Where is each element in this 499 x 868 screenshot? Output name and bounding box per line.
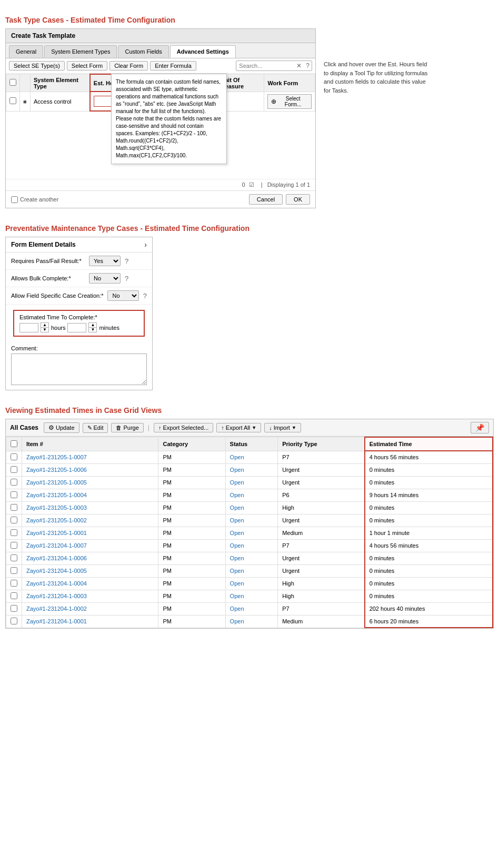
search-clear-icon[interactable]: ✕	[294, 61, 304, 70]
status-link[interactable]: Open	[230, 605, 244, 612]
row-checkbox[interactable]	[11, 504, 17, 511]
status-link[interactable]: Open	[230, 467, 244, 473]
item-link[interactable]: Zayo#1-231205-1-0001	[26, 530, 87, 536]
item-link[interactable]: Zayo#1-231205-1-0005	[26, 479, 87, 486]
row-checkbox[interactable]	[11, 605, 17, 612]
status-link[interactable]: Open	[230, 555, 244, 561]
row-check-cell	[6, 539, 22, 552]
item-link[interactable]: Zayo#1-231204-1-0007	[26, 542, 87, 549]
row-est-time: 0 minutes	[365, 476, 493, 489]
select-form-btn[interactable]: ⊕ Select Form...	[267, 94, 312, 109]
bulk-complete-help-icon[interactable]: ?	[125, 275, 128, 282]
enter-formula-button[interactable]: Enter Formula	[150, 61, 196, 70]
item-link[interactable]: Zayo#1-231205-1-0006	[26, 467, 87, 473]
tab-advanced-settings[interactable]: Advanced Settings	[170, 45, 236, 58]
tab-system-element-types[interactable]: System Element Types	[44, 45, 117, 58]
cancel-button[interactable]: Cancel	[249, 194, 283, 205]
import-button[interactable]: ↓ Import ▼	[264, 423, 301, 432]
row-category: PM	[158, 527, 225, 539]
purge-button[interactable]: 🗑 Purge	[111, 423, 143, 432]
tab-custom-fields[interactable]: Custom Fields	[118, 45, 168, 58]
row-priority: High	[278, 501, 365, 514]
pass-fail-select[interactable]: Yes No	[89, 256, 121, 266]
row-check-cell	[6, 451, 22, 463]
th-priority-type[interactable]: Priority Type	[278, 437, 365, 451]
row-checkbox[interactable]	[11, 567, 17, 574]
field-specific-help-icon[interactable]: ?	[143, 292, 147, 300]
item-link[interactable]: Zayo#1-231204-1-0006	[26, 555, 87, 561]
status-link[interactable]: Open	[230, 517, 244, 523]
export-all-button[interactable]: ↑ Export All ▼	[216, 423, 261, 432]
status-link[interactable]: Open	[230, 492, 244, 498]
status-link[interactable]: Open	[230, 530, 244, 536]
export-selected-button[interactable]: ↑ Export Selected...	[154, 423, 213, 432]
th-estimated-time[interactable]: Estimated Time	[365, 437, 493, 451]
pin-button[interactable]: 📌	[471, 422, 489, 433]
pass-fail-help-icon[interactable]: ?	[125, 257, 128, 265]
th-item[interactable]: Item #	[22, 437, 158, 451]
row-category: PM	[158, 539, 225, 552]
select-se-type-button[interactable]: Select SE Type(s)	[9, 61, 65, 70]
bulk-complete-select[interactable]: No Yes	[89, 273, 121, 284]
item-link[interactable]: Zayo#1-231204-1-0003	[26, 593, 87, 599]
item-link[interactable]: Zayo#1-231205-1-0003	[26, 504, 87, 511]
row-checkbox[interactable]	[11, 517, 17, 523]
row-checkbox[interactable]	[11, 491, 17, 498]
item-link[interactable]: Zayo#1-231205-1-0007	[26, 454, 87, 460]
row-checkbox[interactable]	[11, 554, 17, 561]
status-link[interactable]: Open	[230, 568, 244, 574]
status-link[interactable]: Open	[230, 454, 244, 460]
row-checkbox[interactable]	[11, 542, 17, 549]
select-form-button[interactable]: Select Form	[67, 61, 107, 70]
row-checkbox[interactable]	[11, 479, 17, 486]
clear-form-button[interactable]: Clear Form	[109, 61, 148, 70]
item-link[interactable]: Zayo#1-231205-1-0002	[26, 517, 87, 523]
row-status: Open	[225, 564, 278, 577]
status-link[interactable]: Open	[230, 618, 244, 624]
search-help-icon[interactable]: ?	[304, 61, 312, 70]
row-checkbox[interactable]	[11, 453, 17, 460]
status-link[interactable]: Open	[230, 479, 244, 486]
item-link[interactable]: Zayo#1-231205-1-0004	[26, 492, 87, 498]
row-status: Open	[225, 615, 278, 628]
status-link[interactable]: Open	[230, 542, 244, 549]
th-category[interactable]: Category	[158, 437, 225, 451]
row-priority: Urgent	[278, 514, 365, 527]
row-checkbox[interactable]	[9, 97, 16, 104]
search-input[interactable]	[236, 62, 294, 70]
ok-button[interactable]: OK	[286, 194, 310, 205]
create-another-checkbox[interactable]	[11, 196, 18, 203]
tab-general[interactable]: General	[9, 45, 43, 58]
collapse-icon[interactable]: ›	[144, 240, 147, 249]
minutes-input[interactable]: 00	[67, 323, 86, 332]
row-check-cell	[6, 501, 22, 514]
row-status: Open	[225, 489, 278, 501]
row-est-time: 0 minutes	[365, 501, 493, 514]
select-all-checkbox[interactable]	[9, 79, 16, 86]
row-checkbox[interactable]	[11, 618, 17, 624]
hours-down-arrow[interactable]: ▼	[41, 328, 48, 332]
row-checkbox[interactable]	[11, 529, 17, 536]
row-checkbox[interactable]	[11, 466, 17, 473]
update-button[interactable]: ⚙ Update	[44, 422, 79, 433]
row-item: Zayo#1-231205-1-0002	[22, 514, 158, 527]
est-time-inputs: 0 ▲ ▼ hours 00 ▲ ▼ minutes	[19, 322, 138, 332]
field-specific-select[interactable]: No Yes	[107, 290, 138, 301]
row-checkbox[interactable]	[11, 592, 17, 599]
item-link[interactable]: Zayo#1-231204-1-0005	[26, 568, 87, 574]
hours-input[interactable]: 0	[19, 323, 38, 332]
edit-button[interactable]: ✎ Edit	[83, 423, 108, 433]
status-link[interactable]: Open	[230, 580, 244, 587]
item-link[interactable]: Zayo#1-231204-1-0004	[26, 580, 87, 587]
status-link[interactable]: Open	[230, 593, 244, 599]
row-item: Zayo#1-231204-1-0003	[22, 590, 158, 602]
item-link[interactable]: Zayo#1-231204-1-0001	[26, 618, 87, 624]
row-checkbox[interactable]	[11, 580, 17, 587]
grid-select-all[interactable]	[11, 440, 17, 447]
status-link[interactable]: Open	[230, 504, 244, 511]
minutes-down-arrow[interactable]: ▼	[89, 328, 96, 332]
th-status[interactable]: Status	[225, 437, 278, 451]
item-link[interactable]: Zayo#1-231204-1-0002	[26, 605, 87, 612]
create-task-dialog: Create Task Template General System Elem…	[5, 28, 316, 208]
comment-textarea[interactable]	[11, 354, 147, 385]
